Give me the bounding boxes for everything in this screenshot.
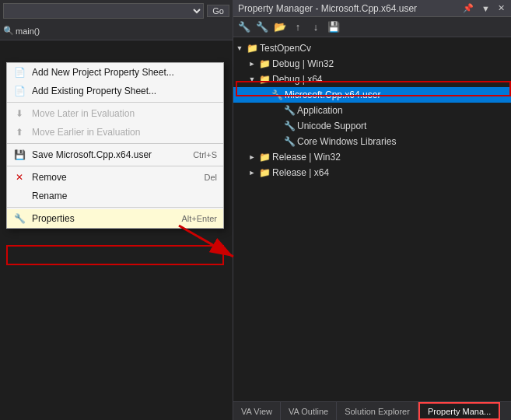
- tree-toggle-debug-win32[interactable]: ►: [246, 58, 258, 70]
- tree-label-debug-x64: Debug | x64: [272, 74, 323, 85]
- tree-label-release-x64: Release | x64: [272, 167, 329, 178]
- tree-label-unicode-support: Unicode Support: [297, 121, 366, 131]
- tree-item-release-win32[interactable]: ►📁Release | Win32: [233, 149, 511, 165]
- pm-tool-folder[interactable]: 📂: [272, 19, 288, 35]
- remove-icon: ✕: [13, 171, 26, 184]
- menu-label-add-existing: Add Existing Property Sheet...: [32, 86, 217, 96]
- menu-label-properties: Properties: [32, 213, 175, 224]
- pm-tool-1[interactable]: 🔧: [236, 19, 252, 35]
- pm-dropdown-btn[interactable]: ▼: [480, 4, 492, 13]
- menu-item-move-later: ⬇Move Later in Evaluation: [7, 104, 223, 123]
- menu-item-add-existing[interactable]: 📄Add Existing Property Sheet...: [7, 82, 223, 100]
- bottom-tabbar: VA ViewVA OutlineSolution ExplorerProper…: [233, 401, 511, 420]
- search-input[interactable]: [16, 26, 229, 36]
- menu-label-save: Save Microsoft.Cpp.x64.user: [32, 149, 187, 160]
- menu-item-move-earlier: ⬆Move Earlier in Evaluation: [7, 123, 223, 142]
- tree-label-release-win32: Release | Win32: [272, 152, 341, 163]
- tree-toggle-release-win32[interactable]: ►: [246, 151, 258, 163]
- tree-toggle-debug-x64[interactable]: ▼: [246, 73, 258, 86]
- pm-tool-2[interactable]: 🔧: [254, 19, 270, 35]
- tree-label-debug-win32: Debug | Win32: [272, 58, 334, 69]
- pm-title: Property Manager - Microsoft.Cpp.x64.use…: [238, 3, 417, 14]
- menu-label-move-later: Move Later in Evaluation: [32, 108, 217, 119]
- tab-va-outline[interactable]: VA Outline: [281, 402, 337, 420]
- menu-shortcut-properties: Alt+Enter: [181, 214, 217, 223]
- toolbar-row: Go: [0, 0, 233, 22]
- pm-tool-save[interactable]: 💾: [326, 19, 341, 35]
- pm-tool-up[interactable]: ↑: [290, 19, 306, 35]
- move-icon: ⬆: [13, 126, 26, 138]
- tree-item-debug-win32[interactable]: ►📁Debug | Win32: [233, 56, 511, 72]
- tree-label-application: Application: [297, 105, 343, 116]
- search-icon: 🔍: [3, 26, 14, 36]
- menu-item-properties[interactable]: 🔧PropertiesAlt+Enter: [7, 209, 223, 228]
- context-menu: 📄Add New Project Property Sheet...📄Add E…: [6, 62, 224, 229]
- menu-item-add-new[interactable]: 📄Add New Project Property Sheet...: [7, 63, 223, 82]
- tree-toggle-ms-cpp-user: [258, 89, 271, 101]
- pm-close-btn[interactable]: ✕: [496, 3, 506, 13]
- menu-separator: [7, 166, 223, 166]
- root-icon: 📁: [246, 42, 258, 54]
- tab-va-view[interactable]: VA View: [233, 402, 281, 420]
- menu-shortcut-remove: Del: [204, 173, 217, 182]
- tree-label-ms-cpp-user: Microsoft.Cpp.x64.user: [285, 89, 380, 100]
- pm-titlebar: Property Manager - Microsoft.Cpp.x64.use…: [233, 0, 511, 17]
- tree-space-application: [271, 104, 283, 117]
- add-icon: 📄: [13, 66, 26, 79]
- folder-icon-debug-win32: 📁: [258, 58, 271, 70]
- none-icon: [13, 190, 26, 202]
- tree-space-unicode-support: [271, 120, 283, 132]
- file-icon-ms-cpp-user: 🔧: [271, 89, 283, 101]
- tree-label-core-windows: Core Windows Libraries: [297, 136, 396, 147]
- tree-item-core-windows[interactable]: 🔧Core Windows Libraries: [233, 134, 511, 149]
- wrench-icon-application: 🔧: [283, 104, 296, 117]
- menu-separator: [7, 102, 223, 103]
- toolbar-dropdown[interactable]: [3, 3, 204, 19]
- menu-separator: [7, 143, 223, 144]
- tab-property-manager[interactable]: Property Mana...: [418, 402, 500, 420]
- menu-item-rename[interactable]: Rename: [7, 187, 223, 205]
- menu-separator: [7, 207, 223, 208]
- menu-label-add-new: Add New Project Property Sheet...: [32, 67, 217, 78]
- menu-item-remove[interactable]: ✕RemoveDel: [7, 168, 223, 187]
- tree-root[interactable]: ▼📁TestOpenCv: [233, 40, 511, 56]
- folder-icon-debug-x64: 📁: [258, 73, 271, 86]
- property-manager-panel: Property Manager - Microsoft.Cpp.x64.use…: [233, 0, 511, 420]
- tree-space-core-windows: [271, 135, 283, 148]
- menu-label-remove: Remove: [32, 172, 198, 183]
- go-button[interactable]: Go: [207, 5, 229, 17]
- tree-item-release-x64[interactable]: ►📁Release | x64: [233, 165, 511, 180]
- add-icon: 📄: [13, 85, 26, 97]
- menu-shortcut-save: Ctrl+S: [193, 150, 217, 159]
- folder-icon-release-x64: 📁: [258, 166, 271, 179]
- pm-toolbar: 🔧 🔧 📂 ↑ ↓ 💾: [233, 17, 511, 37]
- tree-item-application[interactable]: 🔧Application: [233, 103, 511, 118]
- tree-item-debug-x64[interactable]: ▼📁Debug | x64: [233, 72, 511, 87]
- wrench-icon-unicode-support: 🔧: [283, 120, 296, 132]
- pm-controls: 📌 ▼ ✕: [461, 3, 506, 13]
- search-bar: 🔍: [0, 22, 233, 40]
- tree-root-label: TestOpenCv: [260, 43, 311, 54]
- menu-label-rename: Rename: [32, 191, 217, 201]
- move-icon: ⬇: [13, 107, 26, 120]
- tree-item-unicode-support[interactable]: 🔧Unicode Support: [233, 118, 511, 134]
- wrench-icon-core-windows: 🔧: [283, 135, 296, 148]
- tree-toggle-root: ▼: [233, 42, 246, 54]
- tree-toggle-release-x64[interactable]: ►: [246, 166, 258, 179]
- menu-label-move-earlier: Move Earlier in Evaluation: [32, 127, 217, 138]
- pm-tree: ▼📁TestOpenCv►📁Debug | Win32▼📁Debug | x64…: [233, 37, 511, 401]
- wrench-icon: 🔧: [13, 212, 26, 225]
- save-icon: 💾: [13, 149, 26, 161]
- tree-item-ms-cpp-user[interactable]: 🔧Microsoft.Cpp.x64.user: [233, 87, 511, 103]
- folder-icon-release-win32: 📁: [258, 151, 271, 163]
- pm-pin-btn[interactable]: 📌: [461, 3, 475, 13]
- pm-tool-down[interactable]: ↓: [308, 19, 324, 35]
- tab-solution-explorer[interactable]: Solution Explorer: [337, 402, 418, 420]
- menu-item-save[interactable]: 💾Save Microsoft.Cpp.x64.userCtrl+S: [7, 145, 223, 164]
